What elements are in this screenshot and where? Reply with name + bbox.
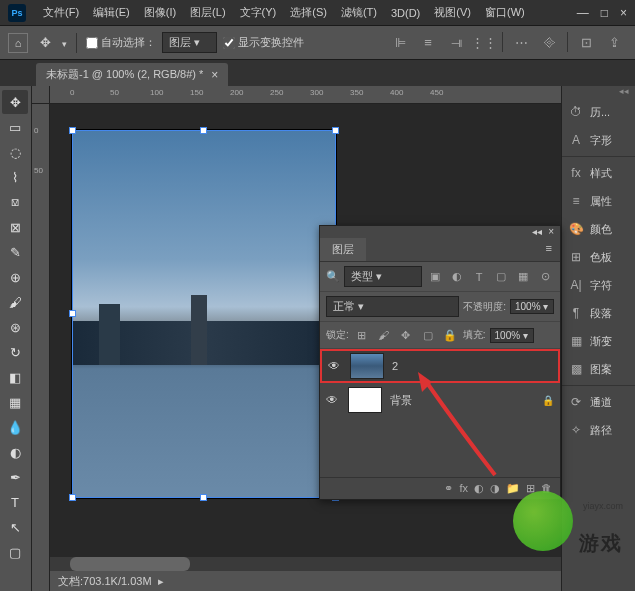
panel-properties[interactable]: ≡属性 — [562, 187, 635, 215]
menu-file[interactable]: 文件(F) — [36, 5, 86, 20]
layer-name[interactable]: 2 — [392, 360, 552, 372]
panel-paths[interactable]: ✧路径 — [562, 416, 635, 444]
panel-gradients[interactable]: ▦渐变 — [562, 327, 635, 355]
blend-mode-dropdown[interactable]: 正常 ▾ — [326, 296, 459, 317]
transform-handle[interactable] — [200, 127, 207, 134]
filter-smartobj-icon[interactable]: ▦ — [514, 268, 532, 286]
panel-character[interactable]: A|字符 — [562, 271, 635, 299]
visibility-icon[interactable]: 👁 — [326, 393, 340, 407]
filter-shape-icon[interactable]: ▢ — [492, 268, 510, 286]
align-right-icon[interactable]: ⫣ — [443, 32, 469, 54]
lock-transparent-icon[interactable]: ⊞ — [353, 326, 371, 344]
panel-menu-icon[interactable]: ≡ — [538, 238, 560, 261]
lock-artboard-icon[interactable]: ▢ — [419, 326, 437, 344]
clone-tool[interactable]: ⊛ — [2, 315, 28, 339]
panel-close-icon[interactable]: × — [548, 226, 554, 238]
eraser-tool[interactable]: ◧ — [2, 365, 28, 389]
panel-channels[interactable]: ⟳通道 — [562, 388, 635, 416]
dodge-tool[interactable]: ◐ — [2, 440, 28, 464]
close-button[interactable]: × — [620, 6, 627, 20]
layer-group-icon[interactable]: 📁 — [506, 482, 520, 495]
menu-layer[interactable]: 图层(L) — [183, 5, 232, 20]
delete-layer-icon[interactable]: 🗑 — [541, 482, 552, 495]
horizontal-scrollbar[interactable] — [50, 557, 561, 571]
history-brush-tool[interactable]: ↻ — [2, 340, 28, 364]
transform-handle[interactable] — [200, 494, 207, 501]
show-transform-checkbox[interactable]: 显示变换控件 — [223, 35, 304, 50]
transform-handle[interactable] — [69, 494, 76, 501]
layers-panel[interactable]: ◂◂ × 图层 ≡ 🔍 类型 ▾ ▣ ◐ T ▢ ▦ ⊙ 正常 ▾ 不透明度: … — [319, 225, 561, 500]
ruler-vertical[interactable]: 0 50 — [32, 104, 50, 591]
path-tool[interactable]: ↖ — [2, 515, 28, 539]
panel-patterns[interactable]: ▩图案 — [562, 355, 635, 383]
adjustment-layer-icon[interactable]: ◑ — [490, 482, 500, 495]
panel-styles[interactable]: fx样式 — [562, 159, 635, 187]
lasso-tool[interactable]: ⌇ — [2, 165, 28, 189]
auto-select-target-dropdown[interactable]: 图层 ▾ — [162, 32, 217, 53]
search-icon[interactable]: ⊡ — [573, 32, 599, 54]
menu-filter[interactable]: 滤镜(T) — [334, 5, 384, 20]
shape-tool[interactable]: ▢ — [2, 540, 28, 564]
transform-handle[interactable] — [69, 310, 76, 317]
crop-tool[interactable]: ⟏ — [2, 190, 28, 214]
layer-mask-icon[interactable]: ◐ — [474, 482, 484, 495]
opacity-input[interactable]: 100% ▾ — [510, 299, 554, 314]
new-layer-icon[interactable]: ⊞ — [526, 482, 535, 495]
menu-view[interactable]: 视图(V) — [427, 5, 478, 20]
menu-image[interactable]: 图像(I) — [137, 5, 183, 20]
distribute-icon[interactable]: ⋮⋮ — [471, 32, 497, 54]
eyedropper-tool[interactable]: ✎ — [2, 240, 28, 264]
artboard-tool[interactable]: ▭ — [2, 115, 28, 139]
panel-swatches[interactable]: ⊞色板 — [562, 243, 635, 271]
lock-image-icon[interactable]: 🖌 — [375, 326, 393, 344]
layer-row[interactable]: 👁 2 — [320, 349, 560, 383]
ruler-horizontal[interactable]: 0 50 100 150 200 250 300 350 400 450 — [50, 86, 561, 104]
pen-tool[interactable]: ✒ — [2, 465, 28, 489]
gradient-tool[interactable]: ▦ — [2, 390, 28, 414]
transform-handle[interactable] — [69, 127, 76, 134]
panel-collapse-icon[interactable]: ◂◂ — [562, 86, 635, 98]
healing-tool[interactable]: ⊕ — [2, 265, 28, 289]
lock-position-icon[interactable]: ✥ — [397, 326, 415, 344]
layers-panel-header[interactable]: ◂◂ × — [320, 226, 560, 238]
menu-3d[interactable]: 3D(D) — [384, 7, 427, 19]
maximize-button[interactable]: □ — [601, 6, 608, 20]
layers-tab[interactable]: 图层 — [320, 238, 366, 261]
more-options-icon[interactable]: ⋯ — [508, 32, 534, 54]
filter-toggle-icon[interactable]: ⊙ — [536, 268, 554, 286]
3d-mode-icon[interactable]: 🞜 — [536, 32, 562, 54]
frame-tool[interactable]: ⊠ — [2, 215, 28, 239]
minimize-button[interactable]: — — [577, 6, 589, 20]
search-icon[interactable]: 🔍 — [326, 270, 340, 283]
layer-fx-icon[interactable]: fx — [459, 482, 468, 495]
menu-type[interactable]: 文字(Y) — [233, 5, 284, 20]
filter-type-icon[interactable]: T — [470, 268, 488, 286]
panel-color[interactable]: 🎨颜色 — [562, 215, 635, 243]
menu-select[interactable]: 选择(S) — [283, 5, 334, 20]
status-chevron-icon[interactable]: ▸ — [158, 575, 164, 588]
auto-select-checkbox[interactable]: 自动选择： — [86, 35, 156, 50]
panel-history[interactable]: ⏱历... — [562, 98, 635, 126]
share-icon[interactable]: ⇪ — [601, 32, 627, 54]
panel-glyphs[interactable]: A字形 — [562, 126, 635, 154]
filter-image-icon[interactable]: ▣ — [426, 268, 444, 286]
type-tool[interactable]: T — [2, 490, 28, 514]
move-tool-icon[interactable]: ✥ — [34, 32, 56, 54]
brush-tool[interactable]: 🖌 — [2, 290, 28, 314]
fill-input[interactable]: 100% ▾ — [490, 328, 534, 343]
marquee-tool[interactable]: ◌ — [2, 140, 28, 164]
align-center-icon[interactable]: ≡ — [415, 32, 441, 54]
menu-edit[interactable]: 编辑(E) — [86, 5, 137, 20]
menu-window[interactable]: 窗口(W) — [478, 5, 532, 20]
lock-all-icon[interactable]: 🔒 — [441, 326, 459, 344]
filter-adjustment-icon[interactable]: ◐ — [448, 268, 466, 286]
scrollbar-thumb[interactable] — [70, 557, 190, 571]
canvas-image[interactable] — [72, 130, 336, 498]
tab-close-icon[interactable]: × — [211, 68, 218, 82]
layer-thumbnail[interactable] — [348, 387, 382, 413]
visibility-icon[interactable]: 👁 — [328, 359, 342, 373]
layer-thumbnail[interactable] — [350, 353, 384, 379]
home-button[interactable]: ⌂ — [8, 33, 28, 53]
transform-handle[interactable] — [332, 127, 339, 134]
layer-row[interactable]: 👁 背景 🔒 — [320, 383, 560, 417]
